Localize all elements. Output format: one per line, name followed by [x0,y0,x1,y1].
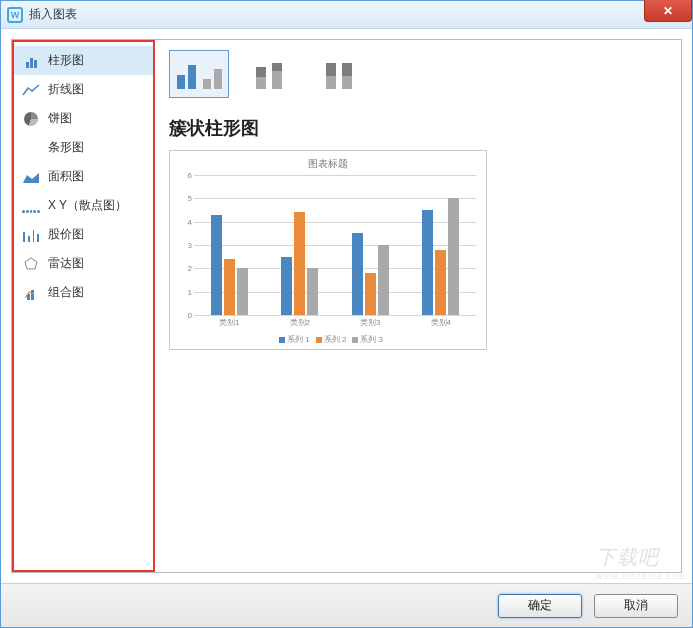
chart-plot-area: 0123456 [194,175,476,315]
stock-chart-icon [22,228,40,242]
chart-type-sidebar: 柱形图 折线图 饼图 条形图 [12,40,155,572]
combo-chart-icon [22,286,40,300]
subtype-stacked-column[interactable] [239,50,299,98]
chart-detail-pane: 簇状柱形图 图表标题 0123456 类别1类别2类别3类别4 系列 1系列 2… [155,40,681,572]
sidebar-item-label: 柱形图 [48,52,84,69]
scatter-chart-icon [22,199,40,213]
sidebar-item-stock[interactable]: 股价图 [14,220,153,249]
sidebar-item-label: 雷达图 [48,255,84,272]
sidebar-item-line[interactable]: 折线图 [14,75,153,104]
subtype-clustered-column[interactable] [169,50,229,98]
sidebar-item-label: X Y（散点图） [48,197,127,214]
sidebar-item-label: 面积图 [48,168,84,185]
sidebar-item-column[interactable]: 柱形图 [14,46,153,75]
chart-preview: 图表标题 0123456 类别1类别2类别3类别4 系列 1系列 2系列 3 [169,150,487,350]
radar-chart-icon [22,257,40,271]
sidebar-item-label: 组合图 [48,284,84,301]
selected-chart-name: 簇状柱形图 [169,116,667,140]
chart-legend: 系列 1系列 2系列 3 [174,334,482,345]
area-chart-icon [22,170,40,184]
app-icon: W [7,7,23,23]
main-panel: 柱形图 折线图 饼图 条形图 [11,39,682,573]
chart-preview-title: 图表标题 [174,157,482,171]
sidebar-item-label: 股价图 [48,226,84,243]
bar-chart-icon [22,141,40,155]
svg-marker-0 [23,173,39,183]
svg-marker-1 [25,258,37,269]
titlebar: W 插入图表 ✕ [1,1,692,29]
dialog-footer: 确定 取消 [1,583,692,627]
sidebar-item-radar[interactable]: 雷达图 [14,249,153,278]
sidebar-item-scatter[interactable]: X Y（散点图） [14,191,153,220]
window-title: 插入图表 [29,6,77,23]
sidebar-item-pie[interactable]: 饼图 [14,104,153,133]
cancel-button[interactable]: 取消 [594,594,678,618]
chart-subtype-row [169,50,667,98]
sidebar-item-bar[interactable]: 条形图 [14,133,153,162]
sidebar-item-label: 饼图 [48,110,72,127]
dialog-window: W 插入图表 ✕ 柱形图 折线图 饼 [0,0,693,628]
sidebar-item-area[interactable]: 面积图 [14,162,153,191]
dialog-body: 柱形图 折线图 饼图 条形图 [1,29,692,583]
sidebar-item-combo[interactable]: 组合图 [14,278,153,307]
subtype-percent-stacked-column[interactable] [309,50,369,98]
ok-button[interactable]: 确定 [498,594,582,618]
pie-chart-icon [22,112,40,126]
sidebar-item-label: 条形图 [48,139,84,156]
column-chart-icon [22,54,40,68]
sidebar-item-label: 折线图 [48,81,84,98]
close-icon: ✕ [663,4,673,18]
line-chart-icon [22,83,40,97]
close-button[interactable]: ✕ [644,0,692,22]
chart-x-labels: 类别1类别2类别3类别4 [194,317,476,328]
